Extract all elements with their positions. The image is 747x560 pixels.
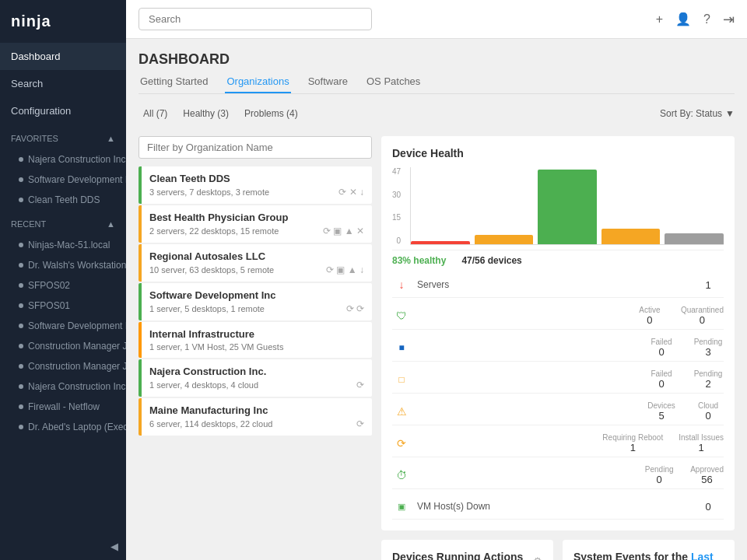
org-item[interactable]: Najera Construction Inc. 1 server, 4 des… xyxy=(139,359,372,397)
org-name: Maine Manufacturing Inc xyxy=(149,404,364,416)
filter-all[interactable]: All (7) xyxy=(139,107,172,121)
fav-item-software[interactable]: Software Development Inc xyxy=(0,170,126,190)
sort-button[interactable]: Sort By: Status ▼ xyxy=(660,108,735,119)
favorites-label: Favorites xyxy=(11,134,58,143)
sidebar-item-dashboard[interactable]: Dashboard xyxy=(0,43,126,70)
favorites-section: Favorites ▲ xyxy=(0,128,126,149)
org-icons: ⟳ xyxy=(356,380,364,390)
recent-item-3[interactable]: SFPOS02 xyxy=(0,275,126,296)
bar-green xyxy=(538,170,597,244)
recent-item-7[interactable]: Construction Manager JS1 ... xyxy=(0,356,126,376)
recent-item-10[interactable]: Dr. Abed's Laptop (Executi... xyxy=(0,417,126,437)
recent-dot xyxy=(19,404,23,409)
health-stats-grid: ↓ Servers 1 🛡 Active0 Quarantined0 xyxy=(392,272,724,520)
tab-getting-started[interactable]: Getting Started xyxy=(139,71,209,93)
fav-dot xyxy=(19,157,23,162)
filter-healthy[interactable]: Healthy (3) xyxy=(178,107,233,121)
logo: ninja xyxy=(0,0,126,43)
org-icons: ⟳ xyxy=(356,418,364,429)
org-item[interactable]: Software Development Inc 1 server, 5 des… xyxy=(139,283,372,320)
org-name: Best Health Physician Group xyxy=(149,212,364,223)
bar-yellow xyxy=(601,229,661,244)
stat-devices: ⚠ Devices5 Cloud0 xyxy=(392,398,724,425)
tab-os-patches[interactable]: OS Patches xyxy=(365,71,422,93)
recent-item-5[interactable]: Software Development Inc xyxy=(0,316,126,336)
search-input[interactable] xyxy=(139,8,372,30)
sidebar: ninja Dashboard Search Configuration Fav… xyxy=(0,0,126,560)
stat-patches-approved: ⏱ Pending0 Approved56 xyxy=(392,462,724,489)
filter-badges: All (7) Healthy (3) Problems (4) xyxy=(139,107,303,121)
tab-software[interactable]: Software xyxy=(307,71,349,93)
windows-icon: ■ xyxy=(392,338,411,357)
recent-chevron[interactable]: ▲ xyxy=(107,219,115,229)
bar-orange xyxy=(475,235,534,244)
recent-item-6[interactable]: Construction Manager JS2 ... xyxy=(0,336,126,356)
logo-text: ninja xyxy=(11,12,51,30)
sort-label: Sort By: Status xyxy=(660,108,722,119)
recent-item-2[interactable]: Dr. Walsh's Workstation xyxy=(0,255,126,275)
software-icon: □ xyxy=(392,370,411,389)
filter-problems[interactable]: Problems (4) xyxy=(240,107,303,121)
warning-icon: ⚠ xyxy=(392,402,411,421)
org-icons: ⟳ ⟳ xyxy=(346,303,364,314)
org-filter-input[interactable] xyxy=(139,136,372,159)
stat-antivirus: 🛡 Active0 Quarantined0 xyxy=(392,303,724,330)
reboot-icon: ⟳ xyxy=(392,434,411,453)
fav-item-cleanteeth[interactable]: Clean Teeth DDS xyxy=(0,190,126,210)
logout-icon[interactable]: ⇥ xyxy=(723,11,735,28)
org-item[interactable]: Regional Autosales LLC 10 server, 63 des… xyxy=(139,244,372,282)
tab-organizations[interactable]: Organizations xyxy=(225,71,290,93)
stat-reboot: ⟳ Requiring Reboot1 Install Issues1 xyxy=(392,430,724,457)
devices-running-title: Devices Running Actions xyxy=(392,551,523,560)
fav-item-najera[interactable]: Najera Construction Inc. xyxy=(0,149,126,170)
bar-gray xyxy=(665,233,724,244)
org-detail: 1 server, 5 desktops, 1 remote ⟳ ⟳ xyxy=(149,303,364,314)
stat-patch2: □ Failed0 Pending2 xyxy=(392,366,724,394)
recent-dot xyxy=(19,283,23,288)
sidebar-collapse-button[interactable]: ◀ xyxy=(0,533,126,560)
recent-dot xyxy=(19,344,23,348)
org-detail: 10 server, 63 desktops, 5 remote ⟳ ▣ ▲ ↓ xyxy=(149,264,364,275)
recent-item-9[interactable]: Firewall - Netflow xyxy=(0,397,126,417)
device-health-title: Device Health xyxy=(392,147,464,159)
org-item[interactable]: Maine Manufacturing Inc 6 server, 114 de… xyxy=(139,398,372,436)
settings-icon[interactable]: ⚙ xyxy=(533,555,542,561)
vm-icon: ▣ xyxy=(392,497,411,516)
bar-red xyxy=(411,241,470,244)
recent-item-4[interactable]: SFPOS01 xyxy=(0,296,126,316)
topbar-actions: + 👤 ? ⇥ xyxy=(656,11,735,28)
sidebar-item-configuration[interactable]: Configuration xyxy=(0,97,126,124)
filter-row: All (7) Healthy (3) Problems (4) Sort By… xyxy=(139,107,735,121)
dashboard-content: DASHBOARD Getting Started Organizations … xyxy=(126,39,747,560)
org-item[interactable]: Clean Teeth DDS 3 servers, 7 desktops, 3… xyxy=(139,166,372,204)
org-detail: 6 server, 114 desktops, 22 cloud ⟳ xyxy=(149,418,364,429)
favorites-chevron[interactable]: ▲ xyxy=(107,134,115,143)
sidebar-item-search[interactable]: Search xyxy=(0,70,126,97)
help-icon[interactable]: ? xyxy=(703,12,710,26)
health-header: Device Health xyxy=(392,147,724,167)
recent-dot xyxy=(19,303,23,308)
recent-item-8[interactable]: Najera Construction Inc. xyxy=(0,376,126,397)
devices-running-actions-panel: Devices Running Actions ⚙ xyxy=(381,540,553,560)
recent-item-1[interactable]: Ninjas-Mac-51.local xyxy=(0,235,126,255)
shield-icon: 🛡 xyxy=(392,306,411,325)
stat-patch1: ■ Failed0 Pending3 xyxy=(392,334,724,362)
recent-dot xyxy=(19,243,23,247)
healthy-pct: 83% healthy xyxy=(392,255,446,266)
last-week-link[interactable]: Last Week xyxy=(573,551,714,560)
recent-dot xyxy=(19,263,23,268)
recent-dot xyxy=(19,384,23,389)
org-item[interactable]: Internal Infrastructure 1 server, 1 VM H… xyxy=(139,322,372,358)
org-detail: 1 server, 1 VM Host, 25 VM Guests xyxy=(149,342,364,352)
fav-label: Software Development Inc xyxy=(28,174,126,185)
org-icons: ⟳ ✕ ↓ xyxy=(338,187,364,198)
org-detail: 1 server, 4 desktops, 4 cloud ⟳ xyxy=(149,380,364,390)
fav-label: Najera Construction Inc. xyxy=(28,154,126,165)
user-icon[interactable]: 👤 xyxy=(675,12,691,26)
add-icon[interactable]: + xyxy=(656,12,663,26)
system-events-panel: System Events for the Last Week Device S… xyxy=(563,540,735,560)
fav-dot xyxy=(19,177,23,182)
org-item[interactable]: Best Health Physician Group 2 servers, 2… xyxy=(139,205,372,243)
clock-icon: ⏱ xyxy=(392,466,411,485)
org-name: Regional Autosales LLC xyxy=(149,250,364,262)
